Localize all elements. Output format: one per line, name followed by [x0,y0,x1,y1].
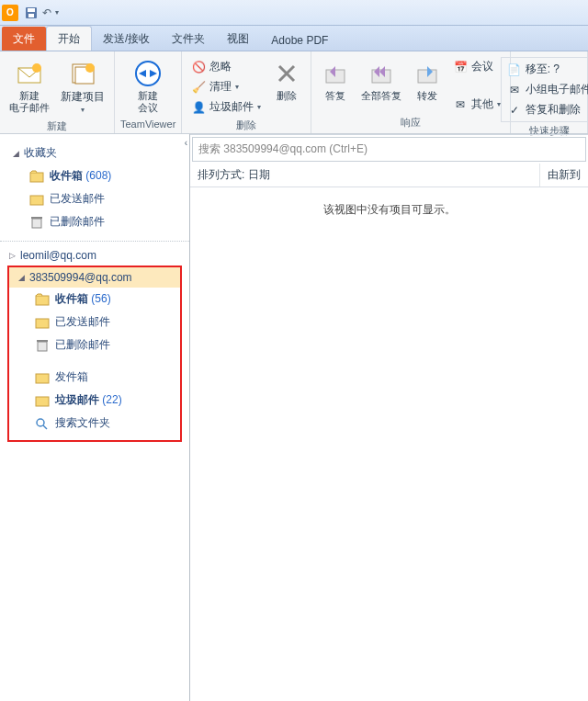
clean-button[interactable]: 🧹清理▾ [187,77,265,96]
delete-x-icon [272,59,301,88]
outbox-folder-icon [35,370,50,385]
tab-send-receive[interactable]: 发送/接收 [92,27,161,51]
sort-direction-button[interactable]: 由新到 [540,164,588,187]
undo-icon[interactable]: ↶ [42,6,51,19]
acc2-outbox[interactable]: 发件箱 [9,366,180,389]
svg-rect-1 [28,8,35,12]
favorites-label: 收藏夹 [24,145,57,161]
group-delete-label: 删除 [187,117,305,134]
qat-dropdown-icon[interactable]: ▾ [55,8,59,17]
fav-deleted[interactable]: 已删除邮件 [4,210,186,233]
titlebar: O ↶ ▾ [0,0,588,26]
svg-rect-2 [28,14,34,17]
calendar-icon: 📅 [453,60,468,74]
moveto-icon: 📄 [507,62,522,77]
inbox-folder-icon [35,292,50,307]
sent-folder-icon [29,192,44,207]
highlight-box: ◢ 383509994@qq.com 收件箱 (56) 已发送邮件 已删除邮件 … [7,266,182,442]
fav-inbox[interactable]: 收件箱 (608) [4,164,186,187]
quickstep-team[interactable]: ✉小组电子邮件 [503,80,588,99]
ignore-button[interactable]: 🚫忽略 [187,57,265,76]
junk-button[interactable]: 👤垃圾邮件▾ [187,97,265,117]
reply-icon [321,59,350,88]
account1-label: leomil@qq.com [20,249,96,262]
acc2-deleted[interactable]: 已删除邮件 [9,334,180,356]
more-respond-icon: ✉ [453,97,468,112]
new-meeting-button[interactable]: 新建 会议 [130,57,166,116]
envelope-icon [15,59,44,88]
svg-rect-18 [38,342,47,351]
svg-point-7 [85,63,95,73]
reply-label: 答复 [325,90,345,102]
reply-delete-icon: ✓ [507,103,522,118]
svg-rect-14 [32,219,41,228]
junk-folder-icon [35,393,50,408]
sort-by-button[interactable]: 排列方式: 日期 [190,164,540,187]
forward-button[interactable]: 转发 [409,57,446,104]
acc2-junk[interactable]: 垃圾邮件 (22) [9,389,180,412]
new-meeting-label: 新建 会议 [138,90,158,114]
tab-folder[interactable]: 文件夹 [161,27,216,51]
ribbon-group-new: 新建 电子邮件 新建项目▾ 新建 [0,51,115,133]
main-area: ‹ ◢ 收藏夹 收件箱 (608) 已发送邮件 已删除邮件 ▷ [0,134,588,701]
svg-rect-17 [36,319,49,328]
trash-folder-icon [35,338,50,353]
group-respond-label: 响应 [317,114,504,131]
empty-view-message: 该视图中没有项目可显示。 [190,187,588,232]
collapse-nav-icon[interactable]: ‹ [185,138,187,148]
expand-arrow-icon: ◢ [13,149,20,158]
fav-sent[interactable]: 已发送邮件 [4,187,186,210]
ribbon-group-teamviewer: 新建 会议 TeamViewer [115,51,182,133]
save-icon[interactable] [24,6,39,20]
delete-label: 删除 [277,90,297,102]
account1-header[interactable]: ▷ leomil@qq.com [0,245,189,266]
reply-button[interactable]: 答复 [317,57,354,104]
account2-header[interactable]: ◢ 383509994@qq.com [9,267,180,288]
svg-rect-15 [31,217,42,219]
ignore-icon: 🚫 [191,60,206,74]
new-items-icon [68,59,97,88]
new-items-button[interactable]: 新建项目▾ [57,57,108,118]
search-folder-icon [35,416,50,431]
new-items-label: 新建项目▾ [61,90,105,116]
block-person-icon: 👤 [191,100,206,115]
quickstep-replydel[interactable]: ✓答复和删除 [503,100,588,119]
new-email-button[interactable]: 新建 电子邮件 [6,57,53,116]
svg-rect-21 [36,397,49,406]
quickstep-moveto[interactable]: 📄移至: ? [503,60,588,79]
tab-file[interactable]: 文件 [2,27,46,51]
search-input[interactable]: 搜索 383509994@qq.com (Ctrl+E) [192,137,586,162]
svg-rect-12 [30,173,43,182]
reply-all-icon [367,59,396,88]
new-email-label: 新建 电子邮件 [9,90,50,114]
more-respond-button[interactable]: ✉其他▾ [449,95,504,114]
svg-rect-20 [36,374,49,383]
tab-home[interactable]: 开始 [46,26,92,51]
favorites-header[interactable]: ◢ 收藏夹 [4,141,186,164]
reply-all-label: 全部答复 [361,90,401,102]
team-email-icon: ✉ [507,83,522,97]
quick-access-toolbar: ↶ ▾ [20,6,59,20]
content-pane: 搜索 383509994@qq.com (Ctrl+E) 排列方式: 日期 由新… [190,134,588,701]
tab-view[interactable]: 视图 [216,27,260,51]
ribbon-group-delete: 🚫忽略 🧹清理▾ 👤垃圾邮件▾ 删除 删除 [182,51,311,133]
ribbon-group-respond: 答复 全部答复 转发 📅会议 ✉其他▾ 响应 [311,51,511,133]
expand-arrow-icon: ◢ [18,273,26,282]
acc2-inbox[interactable]: 收件箱 (56) [9,288,180,311]
forward-icon [413,59,442,88]
tab-adobe-pdf[interactable]: Adobe PDF [260,29,339,51]
svg-point-22 [37,419,44,426]
acc2-search-folders[interactable]: 搜索文件夹 [9,412,180,435]
teamviewer-icon [133,59,163,88]
trash-folder-icon [29,215,44,230]
reply-all-button[interactable]: 全部答复 [357,57,405,104]
svg-rect-13 [30,196,43,205]
delete-button[interactable]: 删除 [268,57,305,104]
group-new-label: 新建 [6,118,108,135]
ribbon-group-quicksteps: 📄移至: ? ✉小组电子邮件 ✓答复和删除 快速步骤 [511,51,588,133]
svg-rect-16 [36,296,49,305]
inbox-folder-icon [29,169,44,184]
outlook-app-icon: O [2,5,18,21]
meeting-button[interactable]: 📅会议 [449,57,504,76]
acc2-sent[interactable]: 已发送邮件 [9,311,180,334]
